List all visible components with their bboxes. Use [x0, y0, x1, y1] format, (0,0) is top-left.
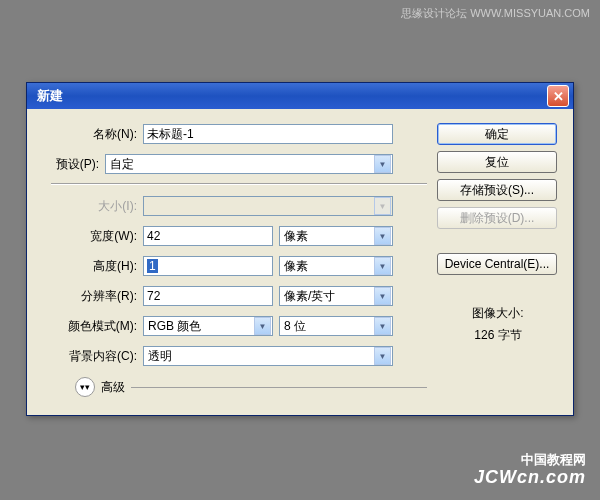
- chevron-down-icon: ▼: [374, 227, 391, 245]
- width-input[interactable]: [143, 226, 273, 246]
- device-central-button[interactable]: Device Central(E)...: [437, 253, 557, 275]
- dialog-title: 新建: [37, 87, 547, 105]
- dialog-body: 名称(N): 预设(P): 自定 ▼ 大小(I): ▼ 宽度(W):: [27, 109, 573, 415]
- height-input[interactable]: 1: [143, 256, 273, 276]
- name-label: 名称(N):: [41, 126, 143, 143]
- height-unit-select[interactable]: 像素 ▼: [279, 256, 393, 276]
- new-document-dialog: 新建 ✕ 名称(N): 预设(P): 自定 ▼ 大小(I):: [26, 82, 574, 416]
- resolution-input[interactable]: [143, 286, 273, 306]
- resolution-label: 分辨率(R):: [41, 288, 143, 305]
- titlebar: 新建 ✕: [27, 83, 573, 109]
- colormode-value: RGB 颜色: [148, 318, 201, 335]
- ok-button[interactable]: 确定: [437, 123, 557, 145]
- chevron-down-icon: ▼: [254, 317, 271, 335]
- advanced-section: ▾▾ 高级: [41, 377, 427, 397]
- preset-value: 自定: [110, 156, 134, 173]
- form-area: 名称(N): 预设(P): 自定 ▼ 大小(I): ▼ 宽度(W):: [41, 123, 437, 397]
- width-label: 宽度(W):: [41, 228, 143, 245]
- image-size-info: 图像大小: 126 字节: [437, 303, 559, 346]
- side-buttons: 确定 复位 存储预设(S)... 删除预设(D)... Device Centr…: [437, 123, 559, 397]
- chevron-down-icon: ▼: [374, 317, 391, 335]
- bgcontent-select[interactable]: 透明 ▼: [143, 346, 393, 366]
- image-size-label: 图像大小:: [437, 303, 559, 325]
- watermark-bottom: 中国教程网 JCWcn.com: [474, 451, 586, 488]
- chevron-down-icon: ▾▾: [80, 382, 90, 392]
- resolution-unit-select[interactable]: 像素/英寸 ▼: [279, 286, 393, 306]
- preset-label: 预设(P):: [41, 156, 105, 173]
- size-label: 大小(I):: [41, 198, 143, 215]
- reset-button[interactable]: 复位: [437, 151, 557, 173]
- height-unit-value: 像素: [284, 258, 308, 275]
- width-unit-select[interactable]: 像素 ▼: [279, 226, 393, 246]
- size-select: ▼: [143, 196, 393, 216]
- chevron-down-icon: ▼: [374, 155, 391, 173]
- colormode-select[interactable]: RGB 颜色 ▼: [143, 316, 273, 336]
- advanced-label: 高级: [101, 379, 125, 396]
- divider: [131, 387, 427, 388]
- colormode-label: 颜色模式(M):: [41, 318, 143, 335]
- chevron-down-icon: ▼: [374, 197, 391, 215]
- close-button[interactable]: ✕: [547, 85, 569, 107]
- bgcontent-value: 透明: [148, 348, 172, 365]
- delete-preset-button: 删除预设(D)...: [437, 207, 557, 229]
- chevron-down-icon: ▼: [374, 347, 391, 365]
- watermark-top: 思缘设计论坛 WWW.MISSYUAN.COM: [401, 6, 590, 21]
- expand-button[interactable]: ▾▾: [75, 377, 95, 397]
- divider: [51, 183, 427, 185]
- image-size-value: 126 字节: [437, 325, 559, 347]
- close-icon: ✕: [553, 89, 564, 104]
- name-input[interactable]: [143, 124, 393, 144]
- bgcontent-label: 背景内容(C):: [41, 348, 143, 365]
- width-unit-value: 像素: [284, 228, 308, 245]
- preset-select[interactable]: 自定 ▼: [105, 154, 393, 174]
- chevron-down-icon: ▼: [374, 287, 391, 305]
- height-label: 高度(H):: [41, 258, 143, 275]
- chevron-down-icon: ▼: [374, 257, 391, 275]
- save-preset-button[interactable]: 存储预设(S)...: [437, 179, 557, 201]
- colordepth-value: 8 位: [284, 318, 306, 335]
- colordepth-select[interactable]: 8 位 ▼: [279, 316, 393, 336]
- resolution-unit-value: 像素/英寸: [284, 288, 335, 305]
